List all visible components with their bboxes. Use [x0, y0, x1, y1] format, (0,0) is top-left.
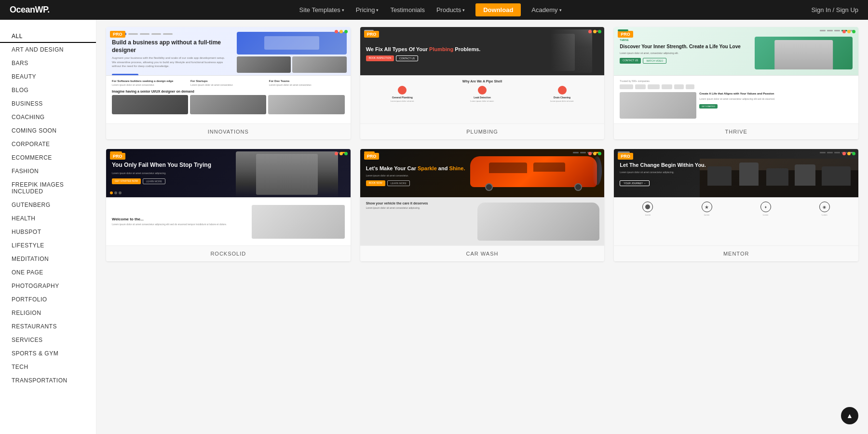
innovations-sub: Augment your business with the flexibili…: [112, 56, 228, 68]
template-name-innovations: INNOVATIONS: [106, 123, 351, 139]
sidebar-item-services[interactable]: SERVICES: [0, 333, 96, 347]
nav-pricing[interactable]: Pricing ▾: [351, 4, 384, 15]
mentor-feature-4: ◉ Lorem: [797, 202, 853, 216]
dot-red: [335, 30, 338, 33]
carwash-vehicle: Show your vehicle the care it deserves L…: [360, 197, 605, 245]
sidebar-item-coaching[interactable]: COACHING: [0, 110, 96, 124]
dot-yellow: [593, 152, 597, 155]
sidebar-item-religion[interactable]: RELIGION: [0, 306, 96, 320]
rocksolid-cta2: LEARN MORE: [143, 178, 165, 184]
sidebar-item-fashion[interactable]: FASHION: [0, 164, 96, 178]
pro-badge: PRO: [618, 31, 633, 38]
dot-red: [842, 152, 846, 155]
carwash-headline: Let's Make Your Car Sparkle and Shine.: [366, 165, 465, 172]
dot-green: [598, 30, 601, 33]
sidebar-item-meditation[interactable]: MEDITATION: [0, 252, 96, 266]
mentor-hero: Let The Change Begin Within You. Lorem i…: [614, 149, 858, 197]
main-nav: Site Templates ▾ Pricing ▾ Testimonials …: [50, 3, 812, 16]
carwash-sub: Lorem ipsum dolor sit amet consectetur.: [366, 174, 465, 177]
sidebar-item-beauty[interactable]: BEAUTY: [0, 70, 96, 83]
chevron-down-icon: ▾: [559, 8, 562, 13]
template-card-innovations[interactable]: PRO Build a business app without a full-…: [106, 27, 351, 139]
sidebar-item-hubspot[interactable]: HUBSPOT: [0, 225, 96, 239]
nav-testimonials[interactable]: Testimonials: [385, 4, 430, 15]
nav-site-templates[interactable]: Site Templates ▾: [295, 4, 349, 15]
template-card-mentor[interactable]: PRO: [614, 149, 858, 261]
dot-yellow: [593, 30, 597, 33]
thrive-cta2: WATCH VIDEO: [643, 58, 666, 64]
dot-green: [344, 30, 348, 33]
chevron-down-icon: ▾: [462, 8, 465, 13]
template-preview-innovations: PRO Build a business app without a full-…: [106, 27, 351, 123]
dot-red: [335, 152, 338, 155]
dot-green: [344, 152, 348, 155]
template-card-plumbing[interactable]: PRO: [360, 27, 605, 139]
sidebar-item-business[interactable]: BUSINESS: [0, 97, 96, 110]
plumbing-services: Why Are We A Pipe Shell General Plumbing…: [360, 75, 605, 123]
nav-products[interactable]: Products ▾: [432, 4, 470, 15]
window-controls: [842, 152, 855, 155]
dot-yellow: [339, 152, 343, 155]
dot-red: [842, 30, 846, 33]
pro-badge: PRO: [364, 153, 380, 160]
dot-green: [852, 30, 855, 33]
template-name-thrive: THRIVE: [614, 123, 858, 139]
sidebar-item-sports[interactable]: SPORTS & GYM: [0, 347, 96, 360]
header: OceanWP. Site Templates ▾ Pricing ▾ Test…: [0, 0, 868, 20]
main-content: PRO Build a business app without a full-…: [96, 20, 868, 434]
template-preview-thrive: PRO: [614, 27, 858, 123]
nav-academy[interactable]: Academy ▾: [527, 4, 566, 15]
template-card-carwash[interactable]: PRO: [360, 149, 605, 261]
pro-badge: PRO: [110, 153, 125, 160]
template-preview-plumbing: PRO: [360, 27, 605, 123]
rocksolid-welcome: Welcome to the... Lorem ipsum dolor sit …: [106, 197, 351, 245]
sidebar-item-ecommerce[interactable]: ECOMMERCE: [0, 151, 96, 164]
chevron-down-icon: ▾: [376, 8, 379, 13]
auth-link[interactable]: Sign In / Sign Up: [811, 6, 858, 14]
mentor-feature-2: ★ Lorem: [678, 202, 734, 216]
rocksolid-cta1: GET STARTED NOW: [112, 178, 141, 184]
sidebar-item-corporate[interactable]: CORPORATE: [0, 137, 96, 151]
window-controls: [588, 152, 601, 155]
sidebar-item-health[interactable]: HEALTH: [0, 212, 96, 225]
download-button[interactable]: Download: [475, 3, 521, 16]
sidebar-item-coming-soon[interactable]: COMING SOON: [0, 124, 96, 137]
sidebar-item-transportation[interactable]: TRANSPORTATION: [0, 374, 96, 387]
sidebar-item-lifestyle[interactable]: LIFESTYLE: [0, 239, 96, 252]
sidebar-item-blog[interactable]: BLOG: [0, 83, 96, 97]
dot-red: [588, 152, 592, 155]
rocksolid-hero: You Only Fail When You Stop Trying Lorem…: [106, 149, 351, 197]
mentor-feature-1: Lorem: [620, 202, 676, 216]
thrive-sub: Lorem ipsum dolor sit amet, consectetur …: [620, 52, 751, 55]
scroll-to-top-button[interactable]: ▲: [841, 407, 858, 424]
dot-yellow: [847, 30, 851, 33]
thrive-cta1: CONTACT US: [620, 58, 641, 64]
logo[interactable]: OceanWP.: [10, 5, 50, 15]
dot-green: [852, 152, 855, 155]
sidebar-item-photography[interactable]: PHOTOGRAPHY: [0, 279, 96, 293]
dot-red: [588, 30, 592, 33]
pro-badge: PRO: [364, 31, 380, 38]
thrive-tagline: THRIVE: [620, 39, 751, 41]
sidebar-item-one-page[interactable]: ONE PAGE: [0, 266, 96, 279]
rocksolid-sub: Lorem ipsum dolor sit amet consectetur a…: [112, 172, 240, 175]
innovations-headline: Build a business app without a full-time…: [112, 39, 228, 54]
window-controls: [842, 30, 855, 33]
sidebar-item-art[interactable]: ART AND DESIGN: [0, 43, 96, 56]
innovations-features: For Software builders seeking a design e…: [106, 75, 351, 123]
template-name-plumbing: PLUMBING: [360, 123, 605, 139]
sidebar-item-tech[interactable]: TECH: [0, 360, 96, 374]
template-card-rocksolid[interactable]: PRO: [106, 149, 351, 261]
template-card-thrive[interactable]: PRO: [614, 27, 858, 139]
rocksolid-welcome-title: Welcome to the...: [112, 217, 248, 221]
sidebar-item-portfolio[interactable]: PORTFOLIO: [0, 293, 96, 306]
sidebar-item-all[interactable]: ALL: [0, 29, 96, 43]
mentor-feature-3: ♦ Lorem: [738, 202, 794, 216]
thrive-headline: Discover Your Inner Strength. Create a L…: [620, 43, 751, 50]
sidebar-item-bars[interactable]: BARS: [0, 56, 96, 70]
sidebar-item-freepik[interactable]: FREEPIK IMAGES INCLUDED: [0, 178, 96, 198]
dot-yellow: [339, 30, 343, 33]
sidebar-item-gutenberg[interactable]: GUTENBERG: [0, 198, 96, 212]
sidebar-item-restaurants[interactable]: RESTAURANTS: [0, 320, 96, 333]
thrive-logos: Trusted by 500+ companies: [614, 75, 858, 123]
